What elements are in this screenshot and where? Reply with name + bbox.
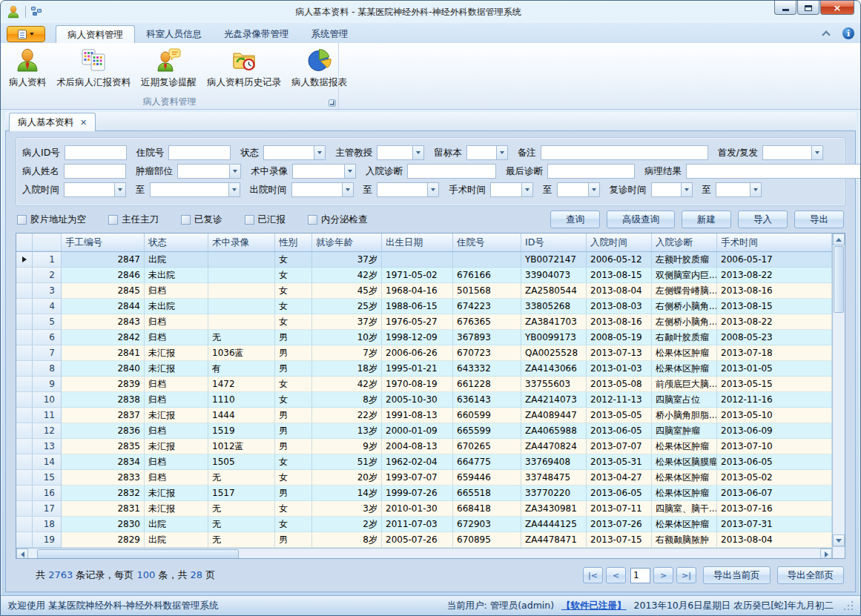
vertical-scrollbar[interactable] [832,234,845,558]
dialog-launcher-icon[interactable] [329,99,336,107]
dropdown-arrow-icon[interactable] [427,183,438,196]
col-birth-date[interactable]: 出生日期 [382,234,453,251]
table-row[interactable]: 152833归档无女20岁1993-07-0765944633748475201… [16,470,832,486]
tumor-site-select[interactable] [177,164,241,179]
scroll-up-button[interactable] [833,234,845,245]
action-button[interactable]: 导入 [738,211,788,228]
patient-data-button[interactable]: 病人资料 [4,45,51,91]
col-age[interactable]: 就诊年龄 [312,234,382,251]
professor-select[interactable] [377,145,424,160]
table-row[interactable]: 42844未出院女25岁1988-06-15674223338052682013… [16,299,832,314]
action-button[interactable]: 高级查询 [607,211,675,228]
table-row[interactable]: 12847出院女37岁YB00721472006-05-12左额叶胶质瘤2006… [16,252,832,268]
checkbox-icon[interactable] [108,215,118,225]
maximize-button[interactable] [797,1,819,15]
minimize-button[interactable] [774,1,796,15]
status-select[interactable] [263,145,326,160]
table-row[interactable]: 32845归档女45岁1968-04-16501568ZA25805442013… [16,283,832,299]
col-admission-diag[interactable]: 入院诊断 [652,234,717,251]
dropdown-arrow-icon[interactable] [342,183,353,196]
ribbon-tab-disc-management[interactable]: 光盘录像带管理 [213,25,300,43]
table-row[interactable]: 112837未汇报1444男22岁1991-08-13660599ZA40894… [16,408,832,423]
dropdown-arrow-icon[interactable] [811,146,822,159]
action-button[interactable]: 新建 [682,211,731,228]
postop-report-button[interactable]: 术后病人汇报资料 [51,45,136,91]
scroll-right-button[interactable] [820,549,832,558]
export-current-page-button[interactable]: 导出当前页 [703,566,771,584]
scroll-down-button[interactable] [833,534,845,546]
patient-report-button[interactable]: 病人数据报表 [286,45,352,91]
collapse-ribbon-icon[interactable] [822,30,830,39]
final-diag-input[interactable] [547,164,635,179]
dropdown-arrow-icon[interactable] [588,183,599,196]
checkbox-icon[interactable] [181,215,191,225]
patient-id-input[interactable] [65,145,127,160]
table-row[interactable]: 52843归档女37岁1976-05-27676365ZA38417032013… [16,314,832,330]
first-relapse-select[interactable] [762,145,823,160]
admission-diag-input[interactable] [407,164,496,179]
vertical-scroll-thumb[interactable] [834,246,844,313]
table-row[interactable]: 182830出院无女2岁2011-07-03672903ZA4444125201… [16,517,832,532]
filter-checkbox[interactable]: 主任主刀 [108,213,159,226]
application-menu-button[interactable] [7,26,45,42]
admit-time-to-select[interactable] [150,182,240,197]
horizontal-scroll-thumb[interactable] [37,549,239,558]
tab-patient-basic-info[interactable]: 病人基本资料 ✕ [9,113,96,131]
next-page-button[interactable]: > [653,567,673,583]
filter-checkbox[interactable]: 已汇报 [245,213,286,226]
export-all-pages-button[interactable]: 导出全部页 [777,566,845,584]
table-row[interactable]: 192829出院无男8岁2005-07-26670895ZA4478471201… [16,532,832,548]
dropdown-arrow-icon[interactable] [412,146,423,159]
prev-page-button[interactable]: < [606,567,626,583]
table-row[interactable]: 22846未出院女42岁1971-05-02676166339040732013… [16,268,832,283]
table-row[interactable]: 122836归档1519男13岁2000-01-09665599ZA406598… [16,423,832,439]
filter-checkbox[interactable]: 内分泌检查 [308,213,368,226]
table-row[interactable]: 72841未汇报1036蓝男7岁2006-06-26670723QA002552… [16,345,832,361]
col-admission-no[interactable]: 住院号 [453,234,521,251]
patient-history-button[interactable]: 病人资料历史记录 [202,45,286,91]
action-button[interactable]: 查询 [550,211,600,228]
surgery-time-from-select[interactable] [490,182,533,197]
quick-access-toolbar-icon[interactable] [31,7,43,17]
dropdown-arrow-icon[interactable] [750,183,761,196]
first-page-button[interactable]: |< [583,567,603,583]
dropdown-arrow-icon[interactable] [228,183,240,196]
table-row[interactable]: 82840未汇报有男18岁1995-01-21643332ZA414306620… [16,361,832,377]
table-row[interactable]: 92839归档1472女42岁1970-08-19661228337556032… [16,377,832,392]
tab-close-icon[interactable]: ✕ [80,119,87,127]
revisit-time-to-select[interactable] [716,182,762,197]
dropdown-arrow-icon[interactable] [344,165,355,178]
checkbox-icon[interactable] [245,215,254,225]
table-row[interactable]: 142834归档1505女51岁1962-02-0466477533769408… [16,454,832,470]
filter-checkbox[interactable]: 胶片地址为空 [17,213,86,226]
discharge-time-to-select[interactable] [377,182,439,197]
dropdown-arrow-icon[interactable] [114,183,125,196]
revisit-reminder-button[interactable]: 近期复诊提醒 [136,45,202,91]
close-button[interactable]: × [820,1,854,15]
table-row[interactable]: 102838归档1110女8岁2005-10-30636143ZA4214073… [16,392,832,408]
surgery-time-to-select[interactable] [557,182,600,197]
pathology-input[interactable] [686,164,861,179]
info-icon[interactable]: i [842,27,854,39]
specimen-select[interactable] [466,145,508,160]
checkbox-icon[interactable] [17,215,27,225]
col-id-no[interactable]: ID号 [521,234,587,251]
dropdown-arrow-icon[interactable] [521,183,532,196]
horizontal-scrollbar[interactable] [16,548,832,558]
surgery-video-select[interactable] [292,164,356,179]
admission-no-input[interactable] [168,145,231,160]
col-admit-time[interactable]: 入院时间 [587,234,652,251]
dropdown-arrow-icon[interactable] [496,146,507,159]
current-page-input[interactable] [630,568,650,583]
admit-time-from-select[interactable] [64,182,126,197]
last-page-button[interactable]: >| [676,567,696,583]
col-status[interactable]: 状态 [145,234,208,251]
table-row[interactable]: 132835未汇报1012蓝男9岁2004-08-13670265ZA44708… [16,439,832,454]
table-row[interactable]: 62842归档无男10岁1998-12-09367893YB0099173200… [16,330,832,345]
ribbon-tab-staff-info[interactable]: 科室人员信息 [135,25,213,43]
checkbox-icon[interactable] [308,215,317,225]
col-surgery-time[interactable]: 手术时间 [717,234,832,251]
col-surgery-video[interactable]: 术中录像 [208,234,275,251]
col-manual-no[interactable]: 手工编号 [62,234,145,251]
ribbon-tab-patient-management[interactable]: 病人资料管理 [56,25,135,43]
